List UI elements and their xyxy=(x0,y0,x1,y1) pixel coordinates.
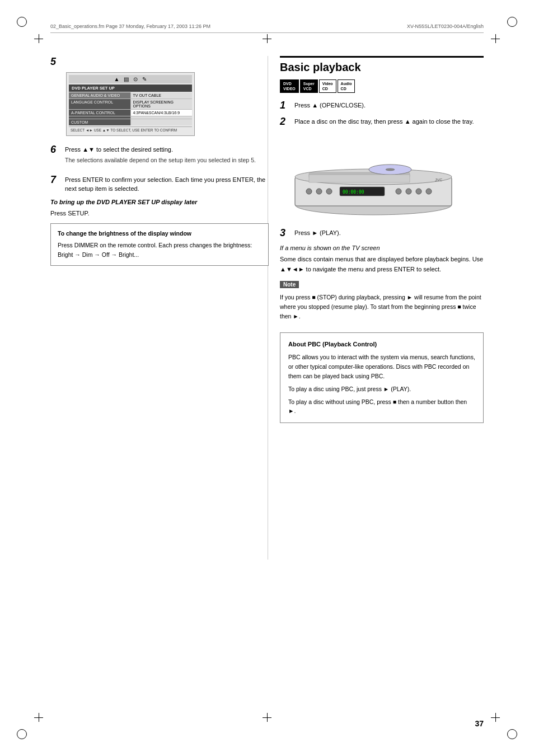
step-1-number: 1 xyxy=(280,100,291,111)
step-5-row: 5 xyxy=(50,56,269,68)
setup-table-row-3: A-PARENTAL CONTROL 4:3PAN&SCAN/4:3LB/16:… xyxy=(69,110,192,116)
pbc-play-text: To play a disc using PBC, just press ► (… xyxy=(288,384,475,394)
note-text: If you press ■ (STOP) during playback, p… xyxy=(280,293,484,321)
crosshair-bm xyxy=(263,713,271,722)
setup-icon-1: ▲ xyxy=(114,76,120,82)
step-6-detail: The selections available depend on the s… xyxy=(65,156,256,165)
badge-dvd: DVD VIDEO xyxy=(280,79,299,93)
step-3-number: 3 xyxy=(280,227,291,239)
setup-cell-right-5 xyxy=(131,119,193,125)
header-model: XV-N55SL/LET0230-004A/English xyxy=(407,24,484,29)
right-column: Basic playback DVD VIDEO Super VCD Video… xyxy=(280,56,484,423)
step-1-text: Press ▲ (OPEN/CLOSE). xyxy=(294,100,366,110)
crosshair-bl xyxy=(34,713,43,722)
svg-point-7 xyxy=(306,189,312,194)
setup-cell-left-4 xyxy=(69,116,131,119)
step-3-row: 3 Press ► (PLAY). xyxy=(280,227,484,239)
corner-mark-bl xyxy=(17,729,27,739)
step-6-text: Press ▲▼ to select the desired setting. xyxy=(65,144,256,154)
if-menu-body: Some discs contain menus that are displa… xyxy=(280,255,484,274)
header-file: 02_Basic_operations.fm Page 37 Monday, F… xyxy=(50,24,210,29)
svg-point-14 xyxy=(416,189,421,194)
media-badges: DVD VIDEO Super VCD Video CD Audio CD xyxy=(280,79,484,93)
crosshair-tl xyxy=(34,34,43,43)
note-section: Note If you press ■ (STOP) during playba… xyxy=(280,281,484,321)
svg-point-9 xyxy=(326,189,332,194)
badge-acd-line1: Audio xyxy=(341,81,352,86)
svg-rect-6 xyxy=(309,175,410,182)
badge-vcd-line2: CD xyxy=(322,86,333,91)
setup-cell-right-4 xyxy=(131,116,193,119)
step-2-number: 2 xyxy=(280,116,291,128)
setup-screen-box: ▲ ▤ ⊙ ✎ DVD PLAYER SET UP GENERAL AUDIO … xyxy=(66,72,195,136)
badge-vcd-line1: Video xyxy=(322,81,333,86)
setup-screen-title: DVD PLAYER SET UP xyxy=(69,84,192,92)
badge-dvd-line2: VIDEO xyxy=(283,86,296,91)
setup-cell-left-3: A-PARENTAL CONTROL xyxy=(69,110,131,116)
svg-text:JVC: JVC xyxy=(435,178,442,182)
setup-cell-right-3: 4:3PAN&SCAN/4:3LB/16:9 xyxy=(131,110,193,116)
setup-screen-footer: SELECT ◄► USE ▲▼ TO SELECT, USE ENTER TO… xyxy=(69,126,192,133)
step-7-number: 7 xyxy=(50,174,62,186)
setup-cell-left-1: GENERAL AUDIO & VIDEO xyxy=(69,92,131,98)
step-5-number: 5 xyxy=(50,56,62,68)
setup-cell-left-2: LANGUAGE CONTROL xyxy=(69,99,131,109)
dvd-player-svg: 00:00:00 JVC xyxy=(287,132,477,222)
setup-cell-left-5: CUSTOM xyxy=(69,119,131,125)
step-6-content: Press ▲▼ to select the desired setting. … xyxy=(65,144,256,165)
if-menu-section: If a menu is shown on the TV screen Some… xyxy=(280,245,484,274)
step-7-row: 7 Press ENTER to confirm your selection.… xyxy=(50,174,269,193)
svg-point-13 xyxy=(406,189,411,194)
setup-table-row-1: GENERAL AUDIO & VIDEO TV OUT CABLE xyxy=(69,92,192,99)
setup-icon-4: ✎ xyxy=(142,76,147,82)
badge-svcd: Super VCD xyxy=(300,79,318,93)
setup-icons-row: ▲ ▤ ⊙ ✎ xyxy=(69,75,192,83)
badge-vcd: Video CD xyxy=(319,79,336,93)
corner-mark-tr xyxy=(507,17,517,27)
step-6-row: 6 Press ▲▼ to select the desired setting… xyxy=(50,144,269,165)
pbc-no-pbc-text: To play a disc without using PBC, press … xyxy=(288,397,475,416)
brightness-note-text: Press DIMMER on the remote control. Each… xyxy=(58,241,261,260)
crosshair-tm xyxy=(263,34,271,43)
pbc-text: PBC allows you to interact with the syst… xyxy=(288,353,475,381)
header-rule xyxy=(50,32,484,33)
brightness-note-title: To change the brightness of the display … xyxy=(58,229,261,238)
bringup-text: Press SETUP. xyxy=(50,209,269,218)
svg-point-8 xyxy=(316,189,322,194)
setup-table-row-2: LANGUAGE CONTROL DISPLAY SCREENING OPTIO… xyxy=(69,99,192,110)
step-7-area: 7 Press ENTER to confirm your selection.… xyxy=(50,174,269,218)
step-2-row: 2 Place a disc on the disc tray, then pr… xyxy=(280,116,484,128)
setup-cell-right-1: TV OUT CABLE xyxy=(131,92,193,98)
setup-cell-right-2: DISPLAY SCREENING OPTIONS xyxy=(131,99,193,109)
crosshair-br xyxy=(491,713,500,722)
page-header: 02_Basic_operations.fm Page 37 Monday, F… xyxy=(50,24,484,29)
section-title: Basic playback xyxy=(280,56,484,74)
setup-screen-container: ▲ ▤ ⊙ ✎ DVD PLAYER SET UP GENERAL AUDIO … xyxy=(66,72,269,136)
svg-text:00:00:00: 00:00:00 xyxy=(343,190,364,195)
step-1-row: 1 Press ▲ (OPEN/CLOSE). xyxy=(280,100,484,111)
step-3-text: Press ► (PLAY). xyxy=(294,227,341,237)
svg-point-5 xyxy=(386,168,395,171)
badge-svcd-line1: Super xyxy=(303,81,315,86)
corner-mark-br xyxy=(507,729,517,739)
badge-dvd-line1: DVD xyxy=(283,81,296,86)
step-6-number: 6 xyxy=(50,144,62,156)
corner-mark-tl xyxy=(17,17,27,27)
badge-svcd-line2: VCD xyxy=(303,86,315,91)
page-number: 37 xyxy=(475,719,484,728)
pbc-box: About PBC (Playback Control) PBC allows … xyxy=(280,332,484,423)
badge-acd-line2: CD xyxy=(341,86,352,91)
setup-icon-2: ▤ xyxy=(124,76,129,82)
setup-icon-3: ⊙ xyxy=(133,76,138,82)
brightness-note-box: To change the brightness of the display … xyxy=(50,223,269,265)
pbc-title: About PBC (Playback Control) xyxy=(288,340,475,350)
dvd-player-illustration: 00:00:00 JVC xyxy=(280,132,484,223)
svg-point-15 xyxy=(426,189,432,194)
badge-acd: Audio CD xyxy=(338,79,355,93)
note-badge: Note xyxy=(280,281,299,288)
crosshair-tr xyxy=(491,34,500,43)
svg-point-12 xyxy=(396,189,401,194)
left-column: 5 ▲ ▤ ⊙ ✎ DVD PLAYER SET UP GENERAL AUDI… xyxy=(50,56,269,266)
if-menu-label: If a menu is shown on the TV screen xyxy=(280,245,484,251)
step-2-text: Place a disc on the disc tray, then pres… xyxy=(294,116,474,126)
